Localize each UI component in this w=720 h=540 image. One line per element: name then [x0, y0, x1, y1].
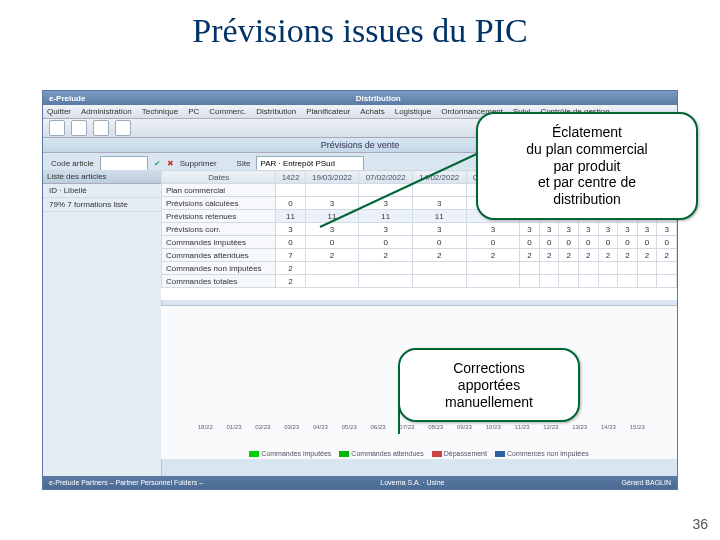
menu-quitter[interactable]: Quitter	[47, 107, 71, 116]
slide-title: Prévisions issues du PIC	[0, 0, 720, 58]
menu-pc[interactable]: PC	[188, 107, 199, 116]
statusbar: e-Prelude Partners – Partner Personnel F…	[43, 476, 677, 489]
app-brand: e-Prelude	[49, 94, 85, 103]
menu-commerc.[interactable]: Commerc.	[209, 107, 246, 116]
menu-administration[interactable]: Administration	[81, 107, 132, 116]
code-input[interactable]	[100, 156, 148, 171]
supprimer-link[interactable]: Supprimer	[180, 159, 217, 168]
menu-achats[interactable]: Achats	[360, 107, 384, 116]
chart-legend: Commandes imputéesCommandes attenduesDép…	[161, 450, 677, 457]
callout-corrections: Correctionsapportéesmanuellement	[398, 348, 580, 422]
menu-planificateur[interactable]: Planificateur	[306, 107, 350, 116]
print-icon[interactable]	[93, 120, 109, 136]
sidebar-cols: ID · Libellé	[43, 184, 161, 198]
code-label: Code article	[51, 159, 94, 168]
check-icon[interactable]: ✔	[154, 159, 161, 168]
menu-logistique[interactable]: Logistique	[395, 107, 431, 116]
sidebar-header: Liste des articles	[43, 170, 161, 184]
menu-distribution[interactable]: Distribution	[256, 107, 296, 116]
sidebar-row[interactable]: 79% 7 formations liste	[43, 198, 161, 212]
delete-icon[interactable]: ✖	[167, 159, 174, 168]
save-icon[interactable]	[71, 120, 87, 136]
page-number: 36	[692, 516, 708, 532]
titlebar-center: Distribution	[356, 94, 401, 103]
chart-icon[interactable]	[115, 120, 131, 136]
sidebar: Liste des articles ID · Libellé 79% 7 fo…	[43, 170, 162, 476]
status-center: Loverna S.A. · Usine	[380, 479, 444, 486]
site-label: Site	[237, 159, 251, 168]
status-left: e-Prelude Partners – Partner Personnel F…	[49, 479, 203, 486]
menu-technique[interactable]: Technique	[142, 107, 178, 116]
callout-eclatement: Éclatementdu plan commercialpar produite…	[476, 112, 698, 220]
open-icon[interactable]	[49, 120, 65, 136]
titlebar: e-Prelude Distribution	[43, 91, 677, 105]
status-right: Gérard BAGLIN	[622, 479, 671, 486]
site-input[interactable]	[256, 156, 364, 171]
